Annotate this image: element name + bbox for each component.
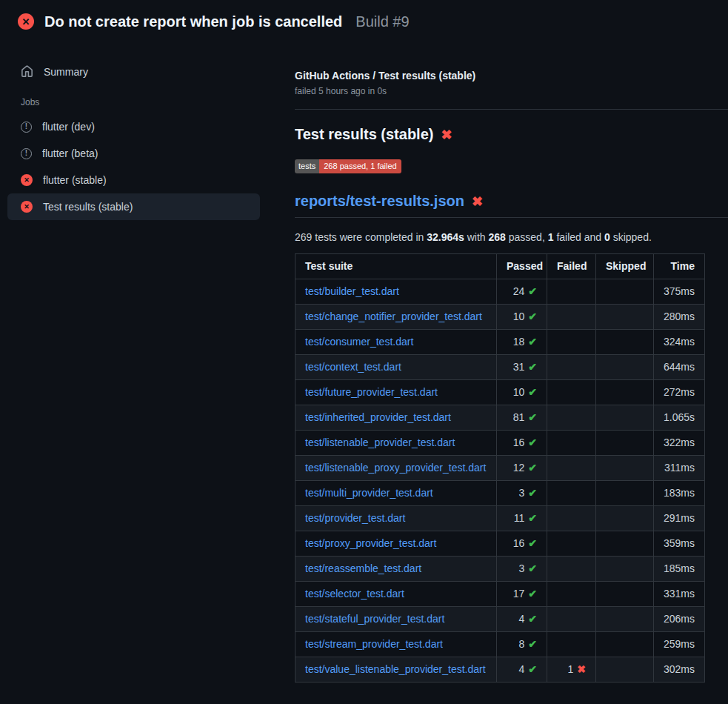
time-cell: 291ms bbox=[654, 506, 705, 531]
summary-value: 268 bbox=[489, 231, 506, 243]
check-icon: ✔ bbox=[528, 512, 537, 524]
suite-cell: test/provider_test.dart bbox=[295, 506, 497, 531]
check-icon: ✔ bbox=[528, 462, 537, 474]
fail-icon: ✖ bbox=[577, 663, 586, 675]
suite-link[interactable]: test/multi_provider_test.dart bbox=[305, 487, 433, 499]
suite-link[interactable]: test/proxy_provider_test.dart bbox=[305, 537, 436, 549]
time-cell: 280ms bbox=[654, 305, 705, 330]
skipped-cell bbox=[596, 657, 654, 683]
suite-link[interactable]: test/reassemble_test.dart bbox=[305, 562, 421, 574]
summary-value: 0 bbox=[604, 231, 610, 243]
passed-cell: 12✔ bbox=[497, 456, 547, 481]
skipped-cell bbox=[596, 330, 654, 355]
summary-text: skipped. bbox=[610, 231, 652, 243]
skipped-cell bbox=[596, 481, 654, 506]
suite-link[interactable]: test/builder_test.dart bbox=[305, 285, 399, 297]
passed-cell-value: 10 bbox=[513, 311, 525, 322]
passed-cell-value: 18 bbox=[513, 336, 525, 348]
failed-cell: 1✖ bbox=[547, 657, 596, 683]
failed-cell bbox=[547, 431, 596, 456]
failed-cell bbox=[547, 305, 596, 330]
column-header-skipped: Skipped bbox=[596, 254, 654, 279]
table-header-row: Test suitePassedFailedSkippedTime bbox=[295, 254, 705, 279]
passed-cell-value: 3 bbox=[518, 487, 524, 499]
suite-cell: test/reassemble_test.dart bbox=[295, 557, 497, 582]
failed-cell bbox=[547, 632, 596, 657]
sidebar-item-flutter-dev[interactable]: ! flutter (dev) bbox=[7, 113, 260, 140]
table-row: test/consumer_test.dart18✔324ms bbox=[295, 330, 705, 355]
check-icon: ✔ bbox=[528, 411, 537, 423]
time-cell: 331ms bbox=[654, 582, 705, 607]
suite-cell: test/proxy_provider_test.dart bbox=[295, 531, 497, 557]
passed-cell: 24✔ bbox=[497, 279, 547, 305]
sidebar-item-flutter-stable[interactable]: ✕ flutter (stable) bbox=[7, 167, 260, 193]
check-icon: ✔ bbox=[528, 436, 537, 448]
time-cell: 359ms bbox=[654, 531, 705, 557]
passed-cell: 3✔ bbox=[497, 481, 547, 506]
passed-cell-value: 10 bbox=[513, 386, 525, 398]
passed-cell-value: 16 bbox=[513, 537, 525, 549]
table-row: test/builder_test.dart24✔375ms bbox=[295, 279, 705, 305]
table-row: test/value_listenable_provider_test.dart… bbox=[295, 657, 705, 683]
suite-cell: test/multi_provider_test.dart bbox=[295, 481, 497, 506]
time-cell: 259ms bbox=[654, 632, 705, 657]
passed-cell: 16✔ bbox=[497, 431, 547, 456]
suite-link[interactable]: test/inherited_provider_test.dart bbox=[305, 411, 451, 423]
table-row: test/inherited_provider_test.dart81✔1.06… bbox=[295, 405, 705, 431]
passed-cell-value: 4 bbox=[518, 613, 524, 625]
suite-link[interactable]: test/context_test.dart bbox=[305, 361, 401, 373]
suite-cell: test/inherited_provider_test.dart bbox=[295, 405, 497, 431]
column-header-failed: Failed bbox=[547, 254, 596, 279]
suite-link[interactable]: test/future_provider_test.dart bbox=[305, 386, 438, 398]
summary-value: 32.964s bbox=[427, 231, 464, 243]
sidebar-item-test-results-stable[interactable]: ✕ Test results (stable) bbox=[7, 193, 260, 220]
suite-link[interactable]: test/listenable_proxy_provider_test.dart bbox=[305, 462, 486, 474]
skipped-cell bbox=[596, 506, 654, 531]
time-cell: 644ms bbox=[654, 355, 705, 380]
time-cell: 1.065s bbox=[654, 405, 705, 431]
suite-link[interactable]: test/provider_test.dart bbox=[305, 512, 405, 524]
suite-link[interactable]: test/change_notifier_provider_test.dart bbox=[305, 311, 482, 322]
suite-cell: test/change_notifier_provider_test.dart bbox=[295, 305, 497, 330]
suite-link[interactable]: test/selector_test.dart bbox=[305, 588, 404, 600]
check-icon: ✔ bbox=[528, 336, 537, 348]
check-icon: ✔ bbox=[528, 663, 537, 675]
table-row: test/provider_test.dart11✔291ms bbox=[295, 506, 705, 531]
passed-cell-value: 16 bbox=[513, 436, 525, 448]
badge-value: 268 passed, 1 failed bbox=[319, 159, 401, 173]
summary-text: 269 tests were completed in bbox=[295, 231, 427, 243]
sidebar-item-summary[interactable]: Summary bbox=[7, 58, 260, 85]
warning-icon: ! bbox=[21, 148, 32, 159]
check-icon: ✔ bbox=[528, 537, 537, 549]
sidebar-item-label: Summary bbox=[44, 66, 88, 78]
summary-text: failed and bbox=[554, 231, 605, 243]
divider bbox=[295, 109, 728, 110]
failed-cell bbox=[547, 330, 596, 355]
skipped-cell bbox=[596, 355, 654, 380]
failed-status-icon: ✕ bbox=[21, 201, 33, 213]
suite-link[interactable]: test/value_listenable_provider_test.dart bbox=[305, 663, 486, 675]
suite-link[interactable]: test/listenable_provider_test.dart bbox=[305, 436, 455, 448]
sidebar-item-flutter-beta[interactable]: ! flutter (beta) bbox=[7, 140, 260, 167]
status-line: failed 5 hours ago in 0s bbox=[295, 86, 728, 96]
check-icon: ✔ bbox=[528, 562, 537, 574]
sidebar-item-label: Test results (stable) bbox=[43, 201, 133, 213]
failed-cell bbox=[547, 531, 596, 557]
suite-cell: test/consumer_test.dart bbox=[295, 330, 497, 355]
skipped-cell bbox=[596, 305, 654, 330]
section-title: Test results (stable) bbox=[295, 126, 433, 143]
report-heading: reports/test-results.json ✖ bbox=[295, 193, 728, 218]
failed-cell bbox=[547, 380, 596, 405]
suite-link[interactable]: test/stream_provider_test.dart bbox=[305, 638, 443, 650]
failed-cell bbox=[547, 355, 596, 380]
column-header-passed: Passed bbox=[497, 254, 547, 279]
warning-icon: ! bbox=[21, 122, 32, 133]
summary-text: with bbox=[464, 231, 489, 243]
test-results-table: Test suitePassedFailedSkippedTime test/b… bbox=[295, 253, 705, 683]
passed-cell: 3✔ bbox=[497, 557, 547, 582]
report-file-link[interactable]: reports/test-results.json bbox=[295, 193, 464, 210]
suite-link[interactable]: test/consumer_test.dart bbox=[305, 336, 413, 348]
suite-link[interactable]: test/stateful_provider_test.dart bbox=[305, 613, 444, 625]
check-icon: ✔ bbox=[528, 361, 537, 373]
sidebar-item-label: flutter (dev) bbox=[42, 121, 95, 133]
